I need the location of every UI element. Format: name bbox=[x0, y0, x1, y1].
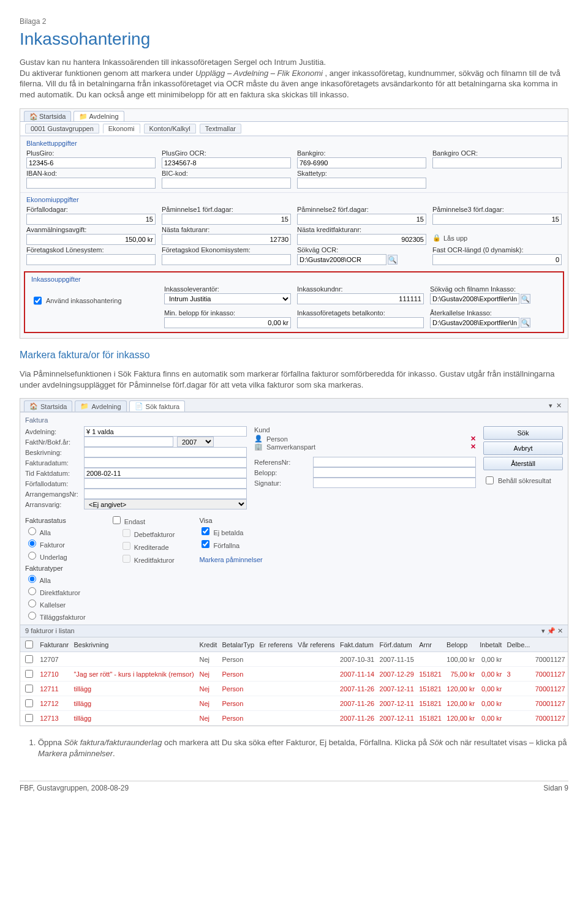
markera-paragraph: Via Påminnelsefunktionen i Sök Faktura f… bbox=[20, 369, 568, 390]
table-row[interactable]: 12707NejPerson2007-10-312007-11-15100,00… bbox=[20, 652, 568, 667]
krediterade-checkbox bbox=[123, 542, 130, 550]
iban-input[interactable] bbox=[26, 178, 156, 189]
fast-ocr-input[interactable] bbox=[432, 254, 562, 265]
markera-heading: Markera faktura/or för inkasso bbox=[20, 350, 568, 361]
tid-faktdatum-input[interactable] bbox=[84, 468, 247, 478]
forfallodagar-input[interactable] bbox=[26, 214, 156, 225]
lock-icon: 🔒 bbox=[432, 234, 441, 242]
bankgiro-ocr-input[interactable] bbox=[432, 157, 562, 168]
anvand-inkasso-checkbox[interactable] bbox=[34, 295, 42, 306]
foretagskod-lone-input[interactable] bbox=[26, 254, 156, 265]
nasta-kreditfakturanr-input[interactable] bbox=[297, 234, 426, 245]
status-alla-radio[interactable] bbox=[28, 527, 36, 535]
search-icon[interactable]: 🔍 bbox=[521, 318, 530, 328]
search-icon[interactable]: 🔍 bbox=[521, 294, 530, 304]
table-row[interactable]: 12712tilläggNejPerson2007-11-262007-12-1… bbox=[20, 696, 568, 711]
tab-avdelning[interactable]: 📁Avdelning bbox=[74, 111, 124, 121]
sokvag-inkasso-input[interactable] bbox=[430, 293, 519, 304]
close-icon[interactable]: ✕ bbox=[556, 402, 562, 410]
typ-alla-radio[interactable] bbox=[28, 575, 36, 583]
dropdown-icon[interactable]: ▾ bbox=[541, 627, 545, 634]
sok-button[interactable]: Sök bbox=[483, 426, 563, 440]
signatur-input[interactable] bbox=[313, 478, 476, 488]
min-belopp-input[interactable] bbox=[164, 317, 291, 328]
tab-avdelning[interactable]: 📁 Avdelning bbox=[75, 400, 126, 411]
betalkonto-input[interactable] bbox=[297, 317, 424, 328]
forfallna-checkbox[interactable] bbox=[202, 540, 209, 548]
arrangemangsnr-input[interactable] bbox=[84, 489, 247, 499]
forfallodatum-input[interactable] bbox=[84, 478, 247, 489]
tab-sok-faktura[interactable]: 📄 Sök faktura bbox=[129, 400, 186, 411]
dropdown-icon[interactable]: ▾ bbox=[549, 402, 552, 410]
close-icon[interactable]: ✕ bbox=[557, 627, 563, 634]
avdelning-input[interactable] bbox=[84, 426, 247, 437]
tab-startsida[interactable]: 🏠 Startsida bbox=[24, 400, 72, 411]
sokvag-ocr-input[interactable] bbox=[297, 254, 386, 265]
table-row[interactable]: 12713tilläggNejPerson2007-11-262007-12-1… bbox=[20, 711, 568, 726]
avanmalningsavgift-input[interactable] bbox=[26, 234, 156, 245]
nasta-fakturanr-input[interactable] bbox=[162, 234, 291, 245]
org-icon: 🏢 bbox=[254, 443, 263, 451]
row-checkbox[interactable] bbox=[25, 699, 33, 707]
paminnelse3-input[interactable] bbox=[432, 214, 562, 225]
faktnr-input[interactable] bbox=[84, 437, 173, 447]
ej-betalda-checkbox[interactable] bbox=[202, 527, 209, 535]
bankgiro-input[interactable] bbox=[297, 157, 426, 168]
typ-kallelser-radio[interactable] bbox=[28, 599, 36, 607]
pin-icon[interactable]: 📌 bbox=[547, 627, 556, 634]
table-row[interactable]: 12711tilläggNejPerson2007-11-262007-12-1… bbox=[20, 682, 568, 696]
debet-checkbox bbox=[123, 529, 130, 537]
doc-icon: 📄 bbox=[135, 402, 143, 410]
clear-samv-icon[interactable]: ✕ bbox=[470, 443, 476, 451]
row-checkbox[interactable] bbox=[25, 655, 33, 663]
plusgiro-ocr-input[interactable] bbox=[162, 157, 291, 168]
plusgiro-input[interactable] bbox=[26, 157, 156, 168]
row-checkbox[interactable] bbox=[25, 714, 33, 722]
referensnr-input[interactable] bbox=[313, 457, 476, 467]
status-underlag-radio[interactable] bbox=[28, 552, 36, 560]
section-inkasso: Inkassouppgifter bbox=[25, 272, 563, 284]
aterstall-button[interactable]: Återställ bbox=[483, 457, 563, 470]
subtab-ekonomi[interactable]: Ekonomi bbox=[103, 124, 140, 133]
skattetyp-input[interactable] bbox=[297, 178, 426, 189]
folder-icon: 📁 bbox=[79, 113, 86, 120]
screenshot-avdelning-ekonomi: 🏠Startsida 📁Avdelning 0001 Gustavgruppen… bbox=[20, 108, 568, 339]
subtab-konton[interactable]: Konton/Kalkyl bbox=[144, 124, 196, 133]
inkassokundnr-input[interactable] bbox=[297, 293, 424, 304]
clear-person-icon[interactable]: ✕ bbox=[470, 435, 476, 443]
aterkallelse-input[interactable] bbox=[430, 317, 519, 328]
foretagskod-ekonomi-input[interactable] bbox=[162, 254, 291, 265]
tab-startsida[interactable]: 🏠Startsida bbox=[24, 111, 71, 121]
arransvarig-select[interactable]: <Ej angivet> bbox=[84, 499, 247, 509]
samverkanspart-link[interactable]: Samverkanspart bbox=[266, 443, 315, 451]
fakturadatum-input[interactable] bbox=[84, 457, 247, 468]
bic-input[interactable] bbox=[162, 178, 291, 189]
typ-direkt-radio[interactable] bbox=[28, 587, 36, 595]
paminnelse2-input[interactable] bbox=[297, 214, 426, 225]
markera-paminnelser-link[interactable]: Markera påminnelser bbox=[199, 556, 262, 563]
result-count: 9 fakturor i listan bbox=[25, 627, 75, 635]
beskrivning-input[interactable] bbox=[84, 447, 247, 457]
footer-right: Sidan 9 bbox=[543, 784, 568, 792]
endast-checkbox[interactable] bbox=[113, 516, 121, 524]
bokfar-select[interactable]: 2007 bbox=[177, 437, 214, 447]
kreditfakt-checkbox bbox=[123, 555, 130, 563]
row-checkbox[interactable] bbox=[25, 685, 33, 693]
typ-tillaggs-radio[interactable] bbox=[28, 612, 36, 620]
status-fakturor-radio[interactable] bbox=[28, 539, 36, 547]
avbryt-button[interactable]: Avbryt bbox=[483, 441, 563, 455]
las-upp-link[interactable]: Lås upp bbox=[443, 235, 467, 242]
table-row[interactable]: 12710"Jag ser rött" - kurs i lappteknik … bbox=[20, 667, 568, 682]
behall-checkbox[interactable] bbox=[486, 476, 494, 484]
footer-left: FBF, Gustavgruppen, 2008-08-29 bbox=[20, 784, 129, 792]
subtab-textmallar[interactable]: Textmallar bbox=[200, 124, 241, 133]
org-selector[interactable]: 0001 Gustavgruppen bbox=[25, 124, 99, 133]
inkassoleverantor-select[interactable]: Intrum Justitia bbox=[164, 293, 291, 304]
paminnelse1-input[interactable] bbox=[162, 214, 291, 225]
pane-title: Faktura bbox=[25, 416, 563, 424]
kund-person-link[interactable]: Person bbox=[266, 435, 288, 443]
search-icon[interactable]: 🔍 bbox=[388, 255, 398, 265]
select-all-checkbox[interactable] bbox=[25, 640, 33, 648]
belopp-input[interactable] bbox=[313, 467, 476, 478]
row-checkbox[interactable] bbox=[25, 670, 33, 678]
